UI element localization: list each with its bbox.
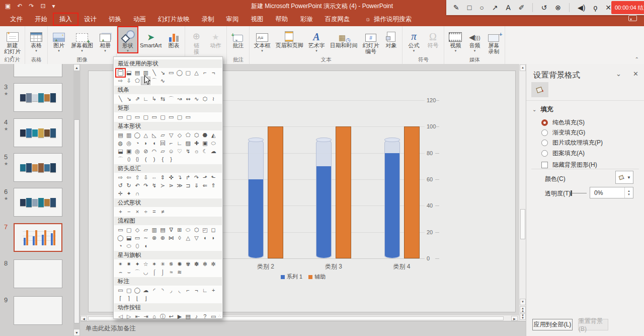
shape-item[interactable]: ◜ (150, 287, 158, 294)
shape-item[interactable]: ▢ (184, 69, 192, 77)
shape-item[interactable]: ⬡ (201, 95, 209, 103)
shape-item[interactable]: ⇧ (133, 174, 142, 181)
shape-item[interactable]: ◯ (176, 69, 184, 77)
ribbon-button-equation[interactable]: π公式▾ (404, 27, 423, 52)
shape-item[interactable]: ≫ (176, 182, 184, 189)
shape-item[interactable]: ▣ (125, 148, 133, 155)
shape-item[interactable]: ▭ (133, 113, 142, 121)
shape-item[interactable]: ¬ (209, 69, 218, 77)
shape-item[interactable]: ◠ (150, 148, 158, 155)
notes-area[interactable]: 单击此处添加备注 (80, 321, 526, 336)
ribbon-button-chart[interactable]: 图表 (164, 27, 183, 48)
shape-item[interactable]: ⇓ (192, 182, 201, 189)
shape-item[interactable]: ▭ (167, 113, 176, 121)
shape-item[interactable]: ≠ (158, 208, 167, 216)
shape-item[interactable]: } (167, 156, 176, 163)
radio-button[interactable] (541, 119, 548, 126)
radio-button[interactable] (541, 140, 548, 146)
resize-grip-icon[interactable]: ∴ (218, 314, 221, 318)
tell-me-search[interactable]: ☼ 操作说明搜索 (365, 15, 412, 24)
shape-item[interactable]: ↶ (133, 182, 142, 189)
shape-item[interactable]: ⋈ (167, 234, 176, 242)
shape-item[interactable]: ▱ (158, 131, 167, 139)
shape-item[interactable]: ◯ (133, 131, 142, 139)
shape-item[interactable]: ☁ (209, 148, 218, 155)
shape-item[interactable]: ⇆ (158, 95, 167, 103)
shape-item[interactable]: ¬ (192, 287, 201, 294)
scroll-up-icon[interactable]: ▲ (73, 64, 80, 71)
shape-item[interactable]: ✦ (125, 190, 133, 197)
shape-item[interactable]: ⬓ (125, 234, 133, 242)
shape-item[interactable]: ⬡ (192, 131, 201, 139)
shape-item[interactable]: ◯ (116, 234, 125, 242)
shape-item[interactable]: { (158, 156, 167, 163)
shape-item[interactable]: ⊞ (176, 226, 184, 234)
shape-item[interactable]: ▭ (150, 113, 158, 121)
shape-item[interactable]: ∿ (192, 95, 201, 103)
ribbon-button-object[interactable]: 对象 (381, 27, 400, 48)
shape-item[interactable]: ↩ (167, 313, 176, 320)
shape-item[interactable]: ⋗ (167, 182, 176, 189)
highlighter-icon[interactable]: ✐ (519, 4, 525, 12)
shape-item[interactable]: ⬣ (201, 131, 209, 139)
shape-item[interactable]: ) (150, 156, 158, 163)
shape-item[interactable]: ∇ (167, 226, 176, 234)
fill-option-0[interactable]: 纯色填充(S) (541, 118, 585, 127)
ribbon-button-album[interactable]: 相册▾ (96, 27, 115, 52)
fill-option-3[interactable]: 图案填充(A) (541, 149, 585, 158)
transparency-slider[interactable] (571, 190, 587, 196)
ribbon-tab[interactable]: 帮助 (270, 13, 294, 25)
shape-item[interactable]: ▱ (158, 148, 167, 155)
shape-item[interactable]: ⬓ (125, 69, 133, 77)
shape-item[interactable]: ▢ (158, 113, 167, 121)
shape-item[interactable]: ↺ (116, 182, 125, 189)
shape-item[interactable]: ▭ (116, 287, 125, 294)
shape-item[interactable]: ≈ (167, 268, 176, 276)
shape-item[interactable]: ◗ (141, 140, 150, 147)
scroll-right-icon[interactable]: ▶ (511, 316, 518, 321)
shape-item[interactable]: ? (201, 313, 209, 320)
fill-option-2[interactable]: 图片或纹理填充(P) (541, 139, 603, 147)
shape-item[interactable]: − (125, 208, 133, 216)
shape-item[interactable]: ↘ (158, 69, 167, 77)
shape-item[interactable]: ↷ (192, 174, 201, 181)
shape-item[interactable]: ⌂ (150, 313, 158, 320)
ribbon-tab[interactable]: 开始 (29, 13, 53, 25)
shape-item[interactable]: ◯ (133, 287, 142, 294)
shape-item[interactable]: ▭ (116, 113, 125, 121)
shape-item[interactable]: ⌈ (116, 295, 125, 302)
fill-bucket-tab[interactable] (531, 82, 548, 97)
shape-item[interactable]: ▢ (125, 287, 133, 294)
shape-item[interactable]: ↴ (176, 174, 184, 181)
ribbon-button-screenshot[interactable]: 屏幕截图▾ (68, 27, 96, 52)
shape-item[interactable]: ⬭ (125, 242, 133, 250)
shape-item[interactable]: ↳ (150, 95, 158, 103)
shape-item[interactable]: ≋ (176, 268, 184, 276)
ribbon-button-table[interactable]: 表格▾ (27, 27, 46, 52)
undo-icon[interactable]: ↺ (541, 4, 547, 12)
slide-thumbnail[interactable] (14, 223, 62, 252)
ribbon-button-datetime[interactable]: ▦◷日期和时间 (327, 27, 360, 48)
ribbon-tab[interactable]: 彩潋 (294, 13, 319, 25)
slide-thumbnail[interactable] (14, 188, 62, 217)
shape-item[interactable]: ⬠ (133, 77, 142, 85)
shape-item[interactable]: ✽ (192, 260, 201, 268)
shape-item[interactable]: ∿ (158, 77, 167, 85)
shape-item[interactable]: ↯ (150, 182, 158, 189)
shape-item[interactable]: ☆ (141, 260, 150, 268)
shape-item[interactable]: ◡ (141, 268, 150, 276)
close-icon[interactable]: ✕ (605, 4, 611, 12)
arrow-tool-icon[interactable]: ↗ (492, 4, 498, 12)
shape-item[interactable]: ↱ (184, 174, 192, 181)
shape-item[interactable]: ∼ (141, 234, 150, 242)
shape-item[interactable]: ≻ (158, 182, 167, 189)
shape-item[interactable]: ⇑ (209, 182, 218, 189)
scrollbar-thumb[interactable] (520, 209, 525, 239)
ribbon-button-smartart[interactable]: ➤SmartArt (137, 27, 164, 48)
shape-item[interactable]: ▭ (167, 69, 176, 77)
fill-section-header[interactable]: ⌄ 填充 (532, 105, 553, 114)
ribbon-tab[interactable]: 幻灯片放映 (152, 13, 196, 25)
shape-item[interactable]: ⌒ (116, 156, 125, 163)
shape-item[interactable]: ◔ (133, 140, 142, 147)
shape-item[interactable]: ⇤ (133, 313, 142, 320)
